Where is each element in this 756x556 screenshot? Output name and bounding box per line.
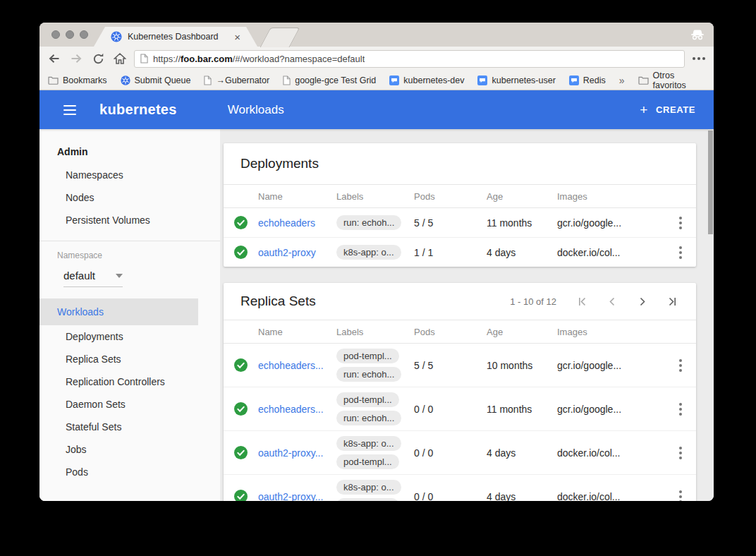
replica-sets-card: Replica Sets 1 - 10 of 12	[224, 283, 696, 501]
kubernetes-icon	[121, 75, 130, 85]
resource-name-link[interactable]: oauth2-proxy...	[258, 447, 336, 459]
deployments-table-header: NameLabelsPodsAgeImages	[224, 184, 696, 208]
label-chip: run: echoh...	[336, 215, 401, 230]
bookmark-item[interactable]: google-gce Test Grid	[283, 75, 376, 85]
images-cell: gcr.io/google...	[557, 404, 665, 415]
reload-icon[interactable]	[90, 51, 106, 66]
resource-name-link[interactable]: echoheaders...	[258, 360, 336, 371]
column-header-name: Name	[258, 191, 336, 202]
sidebar-item-daemon-sets[interactable]: Daemon Sets	[39, 393, 220, 416]
bookmark-item[interactable]: Redis	[569, 75, 606, 85]
browser-tab[interactable]: Kubernetes Dashboard ×	[94, 27, 257, 47]
folder-icon	[638, 75, 649, 85]
sidebar-item-jobs[interactable]: Jobs	[39, 438, 220, 461]
last-page-icon[interactable]	[667, 297, 676, 306]
kubernetes-favicon-icon	[111, 31, 122, 42]
window-controls	[51, 30, 88, 39]
sidebar-item-nodes[interactable]: Nodes	[39, 186, 220, 209]
label-chip: run: echoh...	[336, 367, 401, 382]
forward-icon[interactable]	[68, 51, 84, 66]
column-header-labels: Labels	[336, 327, 414, 337]
status-ok-icon	[224, 402, 258, 416]
resource-name-link[interactable]: echoheaders	[258, 217, 336, 229]
kebab-menu-button[interactable]	[665, 442, 696, 463]
bookmark-item[interactable]: kubernetes-user	[477, 75, 555, 85]
kebab-menu-button[interactable]	[665, 399, 696, 419]
create-button[interactable]: + CREATE	[640, 103, 695, 116]
sidebar-item-deployments[interactable]: Deployments	[39, 325, 220, 348]
resource-name-link[interactable]: oauth2-proxy	[258, 247, 336, 258]
main-content: Deployments NameLabelsPodsAgeImages echo…	[220, 129, 714, 501]
resource-name-link[interactable]: echoheaders...	[258, 404, 336, 415]
status-ok-icon	[224, 358, 258, 372]
minimize-window-button[interactable]	[66, 30, 74, 39]
browser-toolbar: https://foo.bar.com/#/workload?namespace…	[39, 47, 714, 71]
next-page-icon[interactable]	[638, 297, 647, 306]
bookmark-label: google-gce Test Grid	[295, 75, 376, 85]
status-ok-icon	[224, 246, 258, 259]
namespace-label: Namespace	[39, 250, 220, 260]
close-window-button[interactable]	[51, 30, 60, 39]
bookmark-item[interactable]: →Gubernator	[204, 75, 269, 85]
resource-name-link[interactable]: oauth2-proxy...	[258, 491, 336, 502]
address-bar[interactable]: https://foo.bar.com/#/workload?namespace…	[134, 50, 685, 68]
images-cell: docker.io/col...	[557, 447, 665, 459]
new-tab-button[interactable]	[260, 28, 300, 47]
bookmark-item[interactable]: Submit Queue	[121, 75, 191, 85]
namespace-select[interactable]: default	[63, 270, 123, 287]
column-header-images: Images	[557, 327, 665, 337]
page-icon	[204, 75, 212, 85]
labels-cell: pod-templ...run: echoh...	[336, 392, 414, 425]
age-cell: 4 days	[487, 247, 557, 258]
column-header-name: Name	[258, 327, 336, 337]
bookmarks-overflow-chevron[interactable]: »	[619, 75, 625, 86]
sidebar-item-pods[interactable]: Pods	[39, 461, 220, 483]
bookmark-label: Bookmarks	[63, 75, 107, 85]
kebab-menu-button[interactable]	[665, 212, 696, 233]
kebab-menu-button[interactable]	[665, 486, 696, 501]
tab-close-icon[interactable]: ×	[234, 31, 240, 43]
label-chip: pod-templ...	[336, 498, 399, 501]
status-ok-icon	[224, 216, 258, 229]
groups-icon	[389, 75, 399, 85]
browser-menu-icon[interactable]	[691, 51, 707, 66]
other-bookmarks-folder[interactable]: Otros favoritos	[638, 71, 704, 90]
kebab-menu-button[interactable]	[665, 355, 696, 375]
column-header-age: Age	[487, 191, 557, 202]
sidebar-item-workloads[interactable]: Workloads	[39, 298, 198, 325]
sidebar-divider	[39, 241, 220, 241]
column-header-pods: Pods	[414, 191, 487, 202]
scrollbar-thumb[interactable]	[708, 131, 713, 234]
sidebar-item-replica-sets[interactable]: Replica Sets	[39, 348, 220, 370]
sidebar-item-persistent-volumes[interactable]: Persistent Volumes	[39, 209, 220, 231]
namespace-selected-value: default	[63, 270, 95, 282]
age-cell: 4 days	[487, 491, 557, 502]
home-icon[interactable]	[112, 51, 128, 66]
previous-page-icon[interactable]	[608, 297, 617, 306]
hamburger-menu-icon[interactable]	[63, 102, 76, 118]
table-row: oauth2-proxy... k8s-app: o...pod-templ..…	[224, 474, 696, 501]
groups-icon	[477, 75, 487, 85]
groups-icon	[569, 75, 579, 85]
age-cell: 4 days	[487, 447, 557, 459]
zoom-window-button[interactable]	[80, 30, 88, 39]
label-chip: pod-templ...	[336, 454, 399, 469]
create-button-label: CREATE	[656, 104, 695, 115]
first-page-icon[interactable]	[578, 297, 587, 306]
table-row: oauth2-proxy k8s-app: o... 1 / 1 4 days …	[224, 237, 696, 267]
kebab-menu-button[interactable]	[665, 242, 696, 262]
sidebar-item-namespaces[interactable]: Namespaces	[39, 164, 220, 186]
pagination-range: 1 - 10 of 12	[510, 296, 556, 307]
sidebar-item-stateful-sets[interactable]: Stateful Sets	[39, 416, 220, 438]
label-chip: k8s-app: o...	[336, 480, 401, 495]
labels-cell: k8s-app: o...pod-templ...	[336, 436, 414, 469]
sidebar-item-admin[interactable]: Admin	[39, 140, 220, 164]
table-row: oauth2-proxy... k8s-app: o...pod-templ..…	[224, 430, 696, 474]
label-chip: run: echoh...	[336, 411, 401, 425]
bookmark-item[interactable]: kubernetes-dev	[389, 75, 464, 85]
page-icon	[140, 54, 148, 64]
bookmark-item[interactable]: Bookmarks	[48, 75, 107, 85]
status-ok-icon	[224, 446, 258, 459]
sidebar-item-replication-controllers[interactable]: Replication Controllers	[39, 370, 220, 393]
back-icon[interactable]	[47, 51, 62, 66]
